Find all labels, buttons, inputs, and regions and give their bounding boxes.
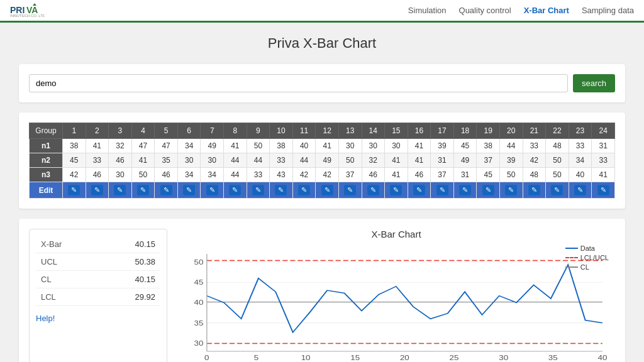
col-header-3: 3	[109, 123, 132, 139]
cell-n1-6: 34	[177, 139, 201, 153]
col-header-Group: Group	[30, 123, 63, 139]
edit-button-7[interactable]: ✎	[206, 185, 218, 195]
edit-button-13[interactable]: ✎	[344, 185, 356, 195]
table-row: n245334641353030444433444950324141314937…	[30, 153, 615, 168]
edit-button-3[interactable]: ✎	[114, 185, 126, 195]
cell-n3-21: 48	[523, 168, 546, 182]
cell-n1-12: 41	[316, 139, 339, 153]
col-header-20: 20	[499, 123, 523, 139]
edit-cell-3[interactable]: ✎	[109, 182, 132, 199]
col-header-14: 14	[362, 123, 385, 139]
edit-button-18[interactable]: ✎	[459, 185, 471, 195]
nav-links: Simulation Quality control X-Bar Chart S…	[408, 6, 634, 15]
cell-n3-24: 41	[592, 168, 615, 182]
edit-button-9[interactable]: ✎	[252, 185, 264, 195]
col-header-22: 22	[546, 123, 569, 139]
cell-n3-22: 50	[546, 168, 569, 182]
cell-n2-7: 30	[201, 153, 224, 168]
edit-button-24[interactable]: ✎	[597, 185, 609, 195]
header: PRI VA INNOTECH CO. LTD. Simulation Qual…	[0, 0, 644, 23]
edit-button-4[interactable]: ✎	[137, 185, 149, 195]
edit-cell-8[interactable]: ✎	[224, 182, 247, 199]
edit-cell-11[interactable]: ✎	[292, 182, 316, 199]
cell-n1-8: 41	[224, 139, 247, 153]
edit-cell-1[interactable]: ✎	[62, 182, 86, 199]
edit-cell-24[interactable]: ✎	[592, 182, 615, 199]
edit-cell-23[interactable]: ✎	[569, 182, 592, 199]
edit-button-21[interactable]: ✎	[528, 185, 540, 195]
col-header-5: 5	[155, 123, 178, 139]
page-title: Priva X-Bar Chart	[19, 35, 625, 52]
edit-cell-5[interactable]: ✎	[155, 182, 178, 199]
ucl-value: 50.38	[135, 257, 155, 266]
nav-simulation[interactable]: Simulation	[408, 6, 447, 15]
cell-n2-16: 41	[408, 153, 431, 168]
cell-n3-13: 37	[338, 168, 362, 182]
edit-button-19[interactable]: ✎	[482, 185, 494, 195]
edit-button-17[interactable]: ✎	[436, 185, 448, 195]
edit-cell-15[interactable]: ✎	[385, 182, 408, 199]
edit-cell-14[interactable]: ✎	[362, 182, 385, 199]
edit-button-23[interactable]: ✎	[574, 185, 586, 195]
legend-cl: CL	[565, 263, 609, 271]
cell-n1-1: 38	[62, 139, 86, 153]
main-content: Priva X-Bar Chart search Group1234567891…	[0, 23, 644, 362]
col-header-6: 6	[177, 123, 201, 139]
edit-button-12[interactable]: ✎	[321, 185, 333, 195]
edit-button-8[interactable]: ✎	[229, 185, 241, 195]
edit-button-15[interactable]: ✎	[390, 185, 402, 195]
nav-sampling-data[interactable]: Sampling data	[582, 6, 634, 15]
cell-n3-20: 50	[499, 168, 523, 182]
edit-button-20[interactable]: ✎	[505, 185, 517, 195]
edit-button-1[interactable]: ✎	[68, 185, 80, 195]
edit-button-16[interactable]: ✎	[413, 185, 425, 195]
edit-cell-17[interactable]: ✎	[431, 182, 454, 199]
edit-cell-2[interactable]: ✎	[86, 182, 109, 199]
edit-cell-6[interactable]: ✎	[177, 182, 201, 199]
col-header-2: 2	[86, 123, 109, 139]
edit-cell-16[interactable]: ✎	[408, 182, 431, 199]
edit-cell-10[interactable]: ✎	[270, 182, 293, 199]
col-header-4: 4	[131, 123, 155, 139]
help-link[interactable]: Help!	[36, 314, 160, 323]
edit-button-22[interactable]: ✎	[551, 185, 563, 195]
search-input[interactable]	[29, 74, 568, 92]
cell-n3-12: 42	[316, 168, 339, 182]
nav-quality-control[interactable]: Quality control	[459, 6, 511, 15]
xbar-label: X-Bar	[41, 239, 62, 249]
cell-n3-15: 41	[385, 168, 408, 182]
col-header-12: 12	[316, 123, 339, 139]
edit-button-14[interactable]: ✎	[367, 185, 379, 195]
edit-cell-7[interactable]: ✎	[201, 182, 224, 199]
col-header-13: 13	[338, 123, 362, 139]
edit-button-5[interactable]: ✎	[160, 185, 172, 195]
nav-xbar-chart[interactable]: X-Bar Chart	[524, 6, 569, 15]
edit-cell-4[interactable]: ✎	[131, 182, 155, 199]
col-header-16: 16	[408, 123, 431, 139]
col-header-11: 11	[292, 123, 316, 139]
row-label-n1: n1	[30, 139, 63, 153]
cell-n2-14: 32	[362, 153, 385, 168]
edit-cell-13[interactable]: ✎	[338, 182, 362, 199]
edit-cell-19[interactable]: ✎	[477, 182, 500, 199]
cell-n2-3: 46	[109, 153, 132, 168]
edit-cell-18[interactable]: ✎	[453, 182, 477, 199]
edit-button-10[interactable]: ✎	[275, 185, 287, 195]
search-section: search	[19, 64, 625, 102]
cell-n1-19: 38	[477, 139, 500, 153]
stat-cl: CL 40.15	[36, 271, 160, 288]
edit-cell-20[interactable]: ✎	[499, 182, 523, 199]
cell-n3-19: 45	[477, 168, 500, 182]
edit-button-11[interactable]: ✎	[298, 185, 310, 195]
edit-button-2[interactable]: ✎	[91, 185, 103, 195]
search-button[interactable]: search	[573, 74, 615, 92]
edit-cell-12[interactable]: ✎	[316, 182, 339, 199]
edit-cell-21[interactable]: ✎	[523, 182, 546, 199]
svg-text:10: 10	[301, 354, 311, 362]
cell-n1-5: 47	[155, 139, 178, 153]
svg-text:30: 30	[499, 354, 508, 362]
edit-button-6[interactable]: ✎	[183, 185, 195, 195]
edit-cell-9[interactable]: ✎	[247, 182, 270, 199]
ucl-label: UCL	[41, 257, 57, 266]
edit-cell-22[interactable]: ✎	[546, 182, 569, 199]
